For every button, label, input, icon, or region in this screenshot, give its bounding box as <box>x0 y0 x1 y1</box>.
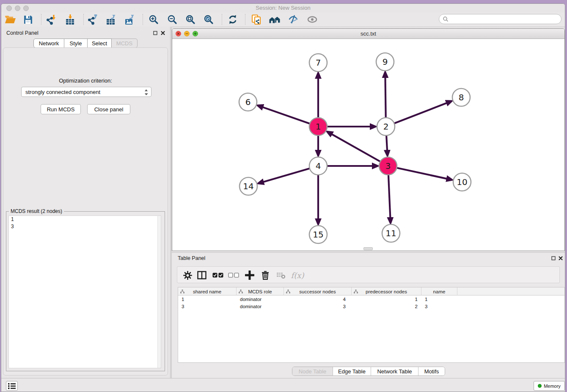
column-header-predecessor-nodes[interactable]: predecessor nodes <box>352 287 421 295</box>
column-header-successor-nodes[interactable]: successor nodes <box>284 287 352 295</box>
status-bar: Memory <box>1 378 565 392</box>
mcds-result-group: MCDS result (2 nodes) 13 <box>6 211 165 371</box>
zoom-in-button[interactable] <box>147 14 160 25</box>
zoom-selected-button[interactable] <box>202 14 215 25</box>
result-scrollbar[interactable] <box>157 216 161 368</box>
table-options-button[interactable] <box>182 270 193 280</box>
network-hscroll-thumb[interactable] <box>363 247 373 250</box>
toolbar-separator <box>222 14 222 25</box>
criterion-value: strongly connected component <box>25 89 100 95</box>
zoom-fit-button[interactable] <box>184 14 197 25</box>
svg-text:4: 4 <box>316 161 321 171</box>
column-header-shared-name[interactable]: shared name <box>178 287 237 295</box>
show-graphics-details-button[interactable] <box>306 14 319 25</box>
svg-text:10: 10 <box>457 177 467 187</box>
graph-edge-3-1[interactable] <box>331 134 388 166</box>
table-cell: 3 <box>178 303 237 310</box>
criterion-select[interactable]: strongly connected component <box>21 87 151 97</box>
close-panel-icon[interactable] <box>160 30 165 36</box>
save-session-button[interactable] <box>22 14 34 25</box>
tab-motifs[interactable]: Motifs <box>418 367 445 375</box>
export-network-button[interactable] <box>86 14 99 25</box>
control-panel-tabs: NetworkStyleSelectMCDS <box>33 39 138 48</box>
graph-node-9[interactable]: 9 <box>376 53 394 71</box>
list-icon <box>8 383 16 389</box>
tab-edge-table[interactable]: Edge Table <box>333 367 371 375</box>
trash-icon <box>261 271 270 280</box>
graph-node-4[interactable]: 4 <box>309 157 327 175</box>
add-row-button[interactable] <box>244 270 255 280</box>
graph-node-1[interactable]: 1 <box>309 118 327 135</box>
network-canvas[interactable]: 7968124314101511 <box>172 39 564 251</box>
mcds-result-textarea[interactable]: 13 <box>8 215 161 368</box>
tab-network-table[interactable]: Network Table <box>371 367 418 375</box>
graph-node-8[interactable]: 8 <box>452 88 470 106</box>
run-mcds-label: Run MCDS <box>47 106 75 113</box>
export-image-button[interactable] <box>123 14 136 25</box>
memory-button[interactable]: Memory <box>534 381 565 391</box>
control-panel: Control Panel NetworkStyleSelectMCDS Opt… <box>1 27 170 378</box>
graph-edge-2-8[interactable] <box>386 103 447 127</box>
graph-node-10[interactable]: 10 <box>453 173 471 191</box>
graph-node-15[interactable]: 15 <box>309 226 327 243</box>
network-view-window: scc.txt 7968124314101511 <box>172 28 565 251</box>
float-square-glyph <box>153 31 157 35</box>
svg-text:9: 9 <box>383 57 388 67</box>
open-session-button[interactable] <box>4 14 17 25</box>
tab-style[interactable]: Style <box>64 39 88 48</box>
table-header-row: shared nameMCDS rolesuccessor nodesprede… <box>178 287 564 295</box>
plus-icon <box>245 271 254 280</box>
column-header-MCDS-role[interactable]: MCDS role <box>237 287 284 295</box>
control-panel-title: Control Panel <box>6 30 39 36</box>
table-row[interactable]: 3dominator323 <box>178 303 564 310</box>
graph-node-11[interactable]: 11 <box>382 224 400 242</box>
run-mcds-button[interactable]: Run MCDS <box>41 104 81 114</box>
table-row[interactable]: 1dominator411 <box>178 295 564 303</box>
import-network-button[interactable] <box>45 14 58 25</box>
close-panel-label: Close panel <box>94 106 124 113</box>
home-button[interactable] <box>268 14 281 25</box>
graph-node-7[interactable]: 7 <box>309 54 327 72</box>
export-table-button[interactable] <box>105 14 117 25</box>
table-float-icon[interactable] <box>551 256 556 261</box>
task-history-button[interactable] <box>6 381 18 391</box>
memory-status-dot <box>538 384 542 388</box>
import-table-icon <box>65 14 75 25</box>
graph-node-14[interactable]: 14 <box>239 177 257 195</box>
table-close-icon[interactable] <box>558 256 563 261</box>
show-column-button[interactable] <box>197 270 207 280</box>
search-box[interactable] <box>439 14 561 24</box>
tab-mcds[interactable]: MCDS <box>112 39 138 48</box>
tab-network[interactable]: Network <box>33 39 64 48</box>
svg-text:2: 2 <box>383 121 389 132</box>
refresh-network-button[interactable] <box>226 14 239 25</box>
table-panel-title: Table Panel <box>178 255 205 261</box>
select-all-button[interactable] <box>212 270 224 280</box>
graph-node-6[interactable]: 6 <box>239 93 257 111</box>
search-input[interactable] <box>450 16 558 22</box>
graph-node-3[interactable]: 3 <box>379 157 397 175</box>
network-graph: 7968124314101511 <box>172 39 564 251</box>
clone-network-button[interactable] <box>250 14 263 25</box>
delete-table-button[interactable] <box>276 270 286 280</box>
table-cell: 4 <box>284 295 352 303</box>
deselect-all-button[interactable] <box>228 270 239 280</box>
close-panel-button[interactable]: Close panel <box>87 104 130 114</box>
tab-node-table[interactable]: Node Table <box>292 367 333 375</box>
optimization-criterion-label: Optimization criterion: <box>3 77 168 84</box>
delete-row-button[interactable] <box>260 270 270 280</box>
import-table-button[interactable] <box>64 14 77 25</box>
unchecked-boxes-icon <box>228 273 239 278</box>
tab-select[interactable]: Select <box>88 39 112 48</box>
table-panel: Table Panel f(x) shared nameMCDS rolesuc… <box>172 252 565 378</box>
graph-node-2[interactable]: 2 <box>377 118 395 135</box>
float-panel-icon[interactable] <box>153 30 158 36</box>
homes-icon <box>269 15 281 25</box>
function-builder-button[interactable]: f(x) <box>290 270 305 280</box>
column-header-name[interactable]: name <box>421 287 457 295</box>
export-image-icon <box>124 14 135 25</box>
zoom-out-button[interactable] <box>166 14 179 25</box>
close-x-glyph <box>559 256 563 260</box>
select-stepper-icon <box>144 88 148 97</box>
hide-graphics-details-button[interactable] <box>287 14 300 25</box>
